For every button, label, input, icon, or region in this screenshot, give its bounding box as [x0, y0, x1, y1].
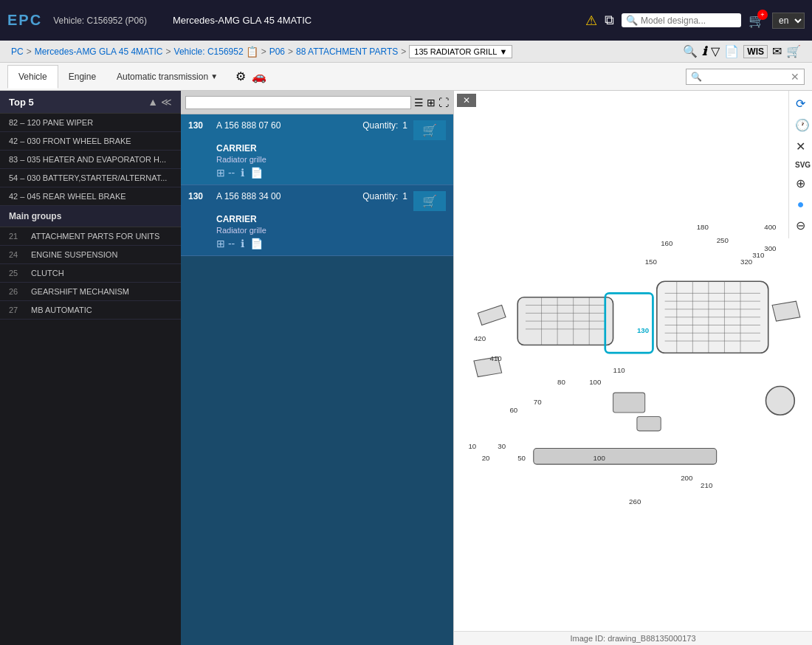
zoom-in-icon[interactable]: ⊕: [792, 173, 809, 193]
group-label-26: GEARSHIFT MECHANISM: [31, 287, 129, 296]
group-item-26[interactable]: 26 GEARSHIFT MECHANISM: [0, 283, 181, 301]
header: EPC Vehicle: C156952 (P06) Mercedes-AMG …: [0, 0, 812, 41]
parts-panel: ☰ ⊞ ⛶ 130 A 156 888 07 60 Quantity: 1 🛒 …: [181, 91, 454, 645]
group-item-21[interactable]: 21 ATTACHMENT PARTS FOR UNITS: [0, 227, 181, 246]
part-info-icon-2[interactable]: ℹ: [241, 238, 244, 249]
part-doc-icon-1[interactable]: 📄: [250, 167, 263, 179]
warning-icon[interactable]: ⚠: [585, 13, 597, 29]
parts-list-view-btn[interactable]: ☰: [414, 97, 424, 108]
group-num-26: 26: [9, 287, 25, 296]
top5-hide-btn[interactable]: ≪: [161, 96, 172, 108]
group-items: 21 ATTACHMENT PARTS FOR UNITS 24 ENGINE …: [0, 227, 181, 645]
part-qty-1: Quantity: 1: [362, 120, 407, 131]
chevron-down-icon: ▼: [499, 47, 507, 56]
breadcrumb: PC > Mercedes-AMG GLA 45 4MATIC > Vehicl…: [0, 41, 812, 63]
breadcrumb-p06[interactable]: P06: [269, 46, 285, 57]
sync-icon[interactable]: ⟳: [792, 94, 809, 114]
group-num-21: 21: [9, 232, 25, 241]
search-icon: 🔍: [626, 15, 638, 26]
breadcrumb-current-label: 135 RADIATOR GRILL: [414, 47, 497, 56]
parts-fullscreen-btn[interactable]: ⛶: [438, 97, 449, 108]
svg-text:100: 100: [593, 454, 606, 462]
top5-title: Top 5: [9, 97, 34, 108]
bc-sep4: >: [288, 46, 293, 57]
group-num-24: 24: [9, 250, 25, 259]
svg-text:200: 200: [681, 474, 693, 482]
svg-text:80: 80: [557, 378, 565, 386]
svg-text:210: 210: [701, 481, 713, 489]
close-diagram-btn[interactable]: ✕: [457, 94, 476, 107]
tab-search-input[interactable]: [702, 72, 791, 82]
bc-sep1: >: [27, 46, 32, 57]
breadcrumb-pc[interactable]: PC: [11, 46, 24, 57]
svg-export-icon[interactable]: SVG: [792, 158, 809, 172]
breadcrumb-current-dropdown[interactable]: 135 RADIATOR GRILL ▼: [409, 45, 512, 58]
top5-item-4[interactable]: 54 – 030 BATTERY,STARTER/ALTERNAT...: [0, 169, 181, 187]
close-icon[interactable]: ✕: [792, 137, 809, 156]
wis-btn[interactable]: WIS: [743, 45, 768, 58]
language-select[interactable]: en de fr: [772, 13, 805, 29]
part-doc-icon-2[interactable]: 📄: [250, 238, 263, 249]
svg-text:160: 160: [661, 239, 673, 247]
doc-alert-btn[interactable]: 📄: [724, 44, 739, 58]
group-item-24[interactable]: 24 ENGINE SUSPENSION: [0, 246, 181, 264]
breadcrumb-vehicle[interactable]: Vehicle: C156952 📋: [174, 46, 258, 58]
group-label-25: CLUTCH: [31, 269, 64, 277]
filter-btn[interactable]: ▽: [711, 44, 720, 58]
bc-sep3: >: [261, 46, 266, 57]
zoom-out-icon[interactable]: ⊖: [792, 215, 809, 235]
diagram-svg: 400 250 300 320 310 180 160 150 130 110 …: [454, 91, 812, 631]
group-num-27: 27: [9, 306, 25, 314]
model-info: Mercedes-AMG GLA 45 4MATIC: [173, 15, 312, 26]
cart-btn-2[interactable]: 🛒: [413, 191, 446, 211]
cart-header-icon[interactable]: 🛒+: [749, 13, 765, 29]
tab-auto-transmission[interactable]: Automatic transmission ▼: [106, 66, 228, 88]
part-pos-1: 130: [188, 120, 210, 131]
part-row-1[interactable]: 130 A 156 888 07 60 Quantity: 1 🛒 CARRIE…: [181, 114, 453, 185]
breadcrumb-88[interactable]: 88 ATTACHMENT PARTS: [296, 46, 398, 57]
history-icon[interactable]: 🕐: [792, 115, 809, 135]
part-table-icon-1[interactable]: ⊞ --: [216, 167, 235, 179]
cart-breadcrumb-btn[interactable]: 🛒: [786, 44, 801, 58]
diagram-panel: 400 250 300 320 310 180 160 150 130 110 …: [454, 91, 812, 645]
part-table-icon-2[interactable]: ⊞ --: [216, 238, 235, 249]
tab-engine[interactable]: Engine: [58, 66, 106, 88]
main-layout: Top 5 ▲ ≪ 82 – 120 PANE WIPER 42 – 030 F…: [0, 91, 812, 645]
top5-header: Top 5 ▲ ≪: [0, 91, 181, 114]
bc-sep5: >: [401, 46, 406, 57]
group-item-25[interactable]: 25 CLUTCH: [0, 264, 181, 283]
parts-search-input[interactable]: [186, 97, 410, 108]
mail-btn[interactable]: ✉: [772, 44, 782, 58]
top5-collapse-btn[interactable]: ▲: [148, 96, 158, 108]
parts-list: 130 A 156 888 07 60 Quantity: 1 🛒 CARRIE…: [181, 114, 453, 645]
part-name-1: CARRIER: [216, 143, 446, 154]
svg-text:320: 320: [740, 258, 753, 266]
tab-vehicle[interactable]: Vehicle: [7, 65, 58, 89]
top5-item-1[interactable]: 82 – 120 PANE WIPER: [0, 114, 181, 132]
app-logo: EPC: [7, 12, 42, 29]
part-info-icon-1[interactable]: ℹ: [241, 167, 244, 179]
parts-grid-view-btn[interactable]: ⊞: [427, 97, 436, 108]
tab-vehicle-icon[interactable]: 🚗: [252, 69, 266, 83]
tab-gear-icon[interactable]: ⚙: [235, 69, 246, 83]
diagram-area: 400 250 300 320 310 180 160 150 130 110 …: [454, 91, 812, 631]
info-diag-icon[interactable]: ●: [792, 195, 809, 214]
breadcrumb-model[interactable]: Mercedes-AMG GLA 45 4MATIC: [35, 46, 163, 57]
zoom-in-breadcrumb-btn[interactable]: 🔍: [683, 44, 698, 58]
svg-text:310: 310: [752, 251, 765, 259]
top5-item-2[interactable]: 42 – 030 FRONT WHEEL BRAKE: [0, 132, 181, 151]
svg-text:30: 30: [498, 442, 506, 450]
bc-sep2: >: [166, 46, 171, 57]
model-search-input[interactable]: [641, 15, 737, 26]
info-btn[interactable]: ℹ: [702, 44, 706, 58]
top5-item-3[interactable]: 83 – 035 HEATER AND EVAPORATOR H...: [0, 151, 181, 169]
tab-search-clear[interactable]: ✕: [791, 71, 799, 83]
part-row-2[interactable]: 130 A 156 888 34 00 Quantity: 1 🛒 CARRIE…: [181, 185, 453, 256]
group-label-21: ATTACHMENT PARTS FOR UNITS: [31, 232, 159, 241]
cart-btn-1[interactable]: 🛒: [413, 120, 446, 140]
parts-toolbar: ☰ ⊞ ⛶: [181, 91, 453, 114]
group-item-27[interactable]: 27 MB AUTOMATIC: [0, 301, 181, 320]
copy-icon[interactable]: ⧉: [605, 13, 614, 28]
parts-search-box: [185, 96, 411, 109]
top5-item-5[interactable]: 42 – 045 REAR WHEEL BRAKE: [0, 187, 181, 206]
